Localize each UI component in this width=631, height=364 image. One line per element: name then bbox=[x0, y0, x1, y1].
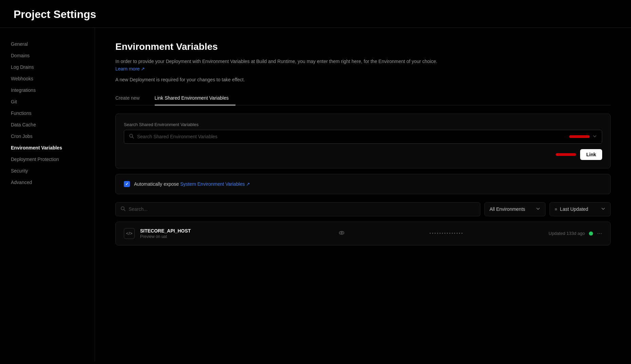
selected-tag bbox=[569, 135, 590, 138]
description-text: In order to provide your Deployment with… bbox=[115, 58, 441, 73]
sidebar-item-domains[interactable]: Domains bbox=[7, 50, 88, 61]
tab-create-new[interactable]: Create new bbox=[115, 92, 147, 105]
sidebar-item-git[interactable]: Git bbox=[7, 96, 88, 107]
table-row: </> SITECORE_API_HOST Preview on uat •••… bbox=[115, 222, 611, 245]
link-button[interactable]: Link bbox=[580, 149, 602, 160]
auto-expose-text: Automatically expose System Environment … bbox=[134, 181, 250, 187]
code-icon: </> bbox=[126, 231, 133, 236]
external-link-icon-2: ↗ bbox=[246, 181, 250, 187]
more-options-button[interactable]: ··· bbox=[597, 230, 602, 237]
sidebar-item-cron-jobs[interactable]: Cron Jobs bbox=[7, 131, 88, 142]
learn-more-link[interactable]: Learn more ↗ bbox=[115, 66, 145, 72]
env-vars-title: Environment Variables bbox=[115, 41, 611, 52]
main-content: Environment Variables In order to provid… bbox=[95, 28, 631, 361]
sidebar-item-webhooks[interactable]: Webhooks bbox=[7, 73, 88, 84]
environment-dropdown[interactable]: All Environments bbox=[484, 202, 546, 216]
search-icon bbox=[129, 134, 134, 140]
chevron-down-icon-sort bbox=[601, 206, 606, 212]
env-search-input[interactable] bbox=[129, 206, 475, 212]
sidebar: General Domains Log Drains Webhooks Inte… bbox=[0, 28, 95, 361]
env-var-env: Preview on uat bbox=[140, 234, 333, 239]
filter-row: All Environments ≡ Last Updated bbox=[115, 202, 611, 216]
env-meta: Updated 133d ago ··· bbox=[549, 230, 602, 237]
search-shared-box[interactable] bbox=[124, 130, 602, 144]
system-env-vars-link[interactable]: System Environment Variables ↗ bbox=[180, 181, 250, 187]
sidebar-item-environment-variables[interactable]: Environment Variables bbox=[7, 142, 88, 153]
environment-dropdown-label: All Environments bbox=[490, 206, 525, 212]
filter-search-icon bbox=[120, 206, 126, 213]
env-updated-text: Updated 133d ago bbox=[549, 231, 585, 236]
sidebar-item-log-drains[interactable]: Log Drains bbox=[7, 62, 88, 73]
checkmark-icon: ✓ bbox=[125, 182, 129, 186]
auto-expose-section: ✓ Automatically expose System Environmen… bbox=[115, 174, 611, 194]
sidebar-item-security[interactable]: Security bbox=[7, 165, 88, 176]
sidebar-item-functions[interactable]: Functions bbox=[7, 108, 88, 119]
sort-dropdown[interactable]: ≡ Last Updated bbox=[550, 202, 611, 216]
sort-dropdown-label: Last Updated bbox=[560, 206, 588, 212]
notice-text: A new Deployment is required for your ch… bbox=[115, 77, 611, 82]
sort-dropdown-inner: ≡ Last Updated bbox=[555, 206, 588, 212]
env-var-icon: </> bbox=[124, 228, 135, 239]
env-search-box[interactable] bbox=[115, 202, 480, 216]
sidebar-item-data-cache[interactable]: Data Cache bbox=[7, 119, 88, 130]
eye-icon[interactable] bbox=[339, 230, 345, 237]
auto-expose-checkbox[interactable]: ✓ bbox=[124, 181, 130, 187]
selected-env-tag bbox=[556, 153, 576, 156]
sidebar-item-integrations[interactable]: Integrations bbox=[7, 85, 88, 96]
svg-point-2 bbox=[339, 231, 344, 235]
search-shared-label: Search Shared Environment Variables bbox=[124, 122, 602, 127]
chevron-down-icon bbox=[592, 134, 597, 140]
sidebar-item-general[interactable]: General bbox=[7, 39, 88, 49]
search-shared-input[interactable] bbox=[137, 134, 567, 139]
link-row: Link bbox=[124, 144, 602, 160]
sidebar-item-advanced[interactable]: Advanced bbox=[7, 177, 88, 188]
sort-lines-icon: ≡ bbox=[555, 207, 557, 212]
env-var-name: SITECORE_API_HOST bbox=[140, 228, 333, 234]
external-link-icon: ↗ bbox=[141, 66, 145, 72]
sidebar-item-deployment-protection[interactable]: Deployment Protection bbox=[7, 154, 88, 165]
link-shared-card: Search Shared Environment Variables bbox=[115, 114, 611, 168]
env-name-col: SITECORE_API_HOST Preview on uat bbox=[140, 228, 333, 239]
env-status-dot bbox=[589, 231, 593, 236]
chevron-down-icon-env bbox=[536, 206, 540, 212]
page-title: Project Settings bbox=[14, 8, 617, 21]
svg-point-3 bbox=[341, 232, 342, 234]
env-var-value-masked: •••••••••••••• bbox=[350, 231, 543, 236]
tab-link-shared[interactable]: Link Shared Environment Variables bbox=[155, 92, 235, 105]
tabs: Create new Link Shared Environment Varia… bbox=[115, 92, 611, 105]
